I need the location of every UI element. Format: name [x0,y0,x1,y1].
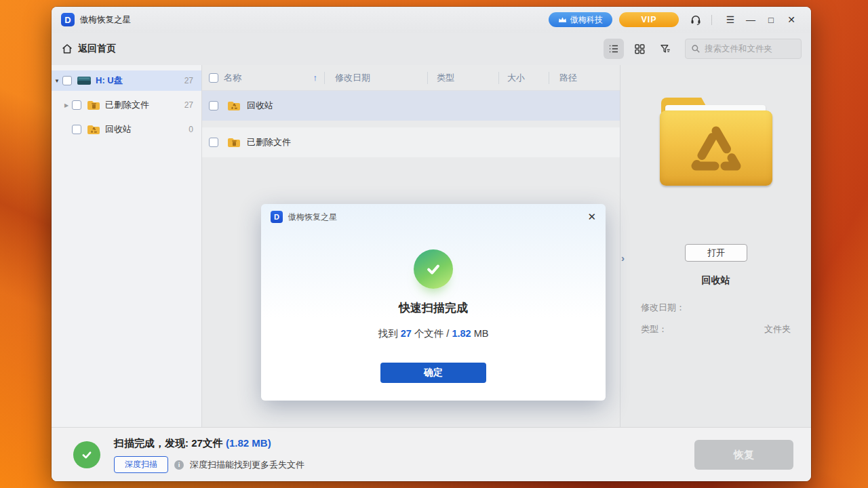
sidebar-item-count: 0 [189,125,193,134]
ok-button[interactable]: 确定 [380,363,486,383]
summary-text: 扫描完成，发现: 27文件 [114,437,226,449]
found-prefix: 找到 [378,328,401,339]
field-value: 文件夹 [764,323,791,336]
grid-view-icon [633,43,646,55]
close-icon[interactable]: ✕ [587,211,596,223]
field-label: 类型： [641,323,667,336]
checkbox[interactable] [72,125,81,134]
menu-icon[interactable]: ☰ [720,14,741,25]
recycle-folder-icon [660,107,772,186]
status-bar: 扫描完成，发现: 27文件 (1.82 MB) 深度扫描 i 深度扫描能找到更多… [52,427,811,481]
folder-trash-icon [87,100,100,110]
filter-button[interactable] [655,39,675,59]
search-icon [691,44,701,54]
caret-right-icon[interactable]: ▶ [61,102,72,108]
open-button[interactable]: 打开 [685,244,747,262]
column-header-type[interactable]: 类型 [427,65,498,90]
detail-field-type: 类型： 文件夹 [641,323,791,336]
sidebar-item-deleted-files[interactable]: ▶ 已删除文件 27 [52,95,201,115]
column-label: 类型 [437,72,454,84]
detail-panel: › 打开 回收站 修改日期： 类型： 文件夹 [620,65,811,427]
row-name: 已删除文件 [247,136,291,148]
vip-button[interactable]: VIP [619,12,679,27]
checkbox[interactable] [62,76,72,85]
titlebar-divider [711,15,712,25]
app-title: 傲梅恢复之星 [80,14,131,26]
toolbar: 返回首页 [52,33,811,65]
search-input[interactable] [705,44,786,54]
brand-button-label: 傲梅科技 [570,14,603,26]
headset-icon[interactable] [690,14,702,26]
table-row[interactable]: 已删除文件 [202,127,620,157]
caret-down-icon[interactable]: ▼ [52,78,62,84]
search-box[interactable] [685,39,802,59]
success-icon [414,249,453,289]
back-home-label: 返回首页 [78,43,116,55]
sidebar-item-count: 27 [184,76,193,85]
dialog-title: 傲梅恢复之星 [288,211,337,223]
column-label: 名称 [224,72,241,84]
sort-asc-icon[interactable]: ↑ [313,73,318,83]
list-view-button[interactable] [604,39,624,59]
folder-recycle-icon [227,100,241,111]
panel-collapse-icon[interactable]: › [621,252,625,264]
found-count: 27 [401,328,412,339]
sidebar-tree: ▼ H: U盘 27 ▶ [52,65,202,427]
drive-icon [77,76,91,85]
scan-complete-dialog: D 傲梅恢复之星 ✕ 快速扫描完成 找到 27 个文件 / 1.82 MB 确定 [261,204,606,401]
checkbox[interactable] [209,101,218,110]
grid-view-button[interactable] [629,39,650,59]
title-bar: D 傲梅恢复之星 傲梅科技 VIP ☰ — □ ✕ [52,7,811,33]
found-suffix: MB [471,328,489,339]
column-header-name[interactable]: 名称 ↑ [222,65,324,90]
sidebar-item-recycle-bin[interactable]: 回收站 0 [52,119,201,140]
column-header-date[interactable]: 修改日期 [324,65,427,90]
list-view-icon [608,43,620,55]
brand-button[interactable]: 傲梅科技 [549,12,612,27]
found-mid: 个文件 / [412,328,452,339]
info-icon: i [174,460,184,470]
home-icon [61,43,73,55]
deep-scan-row: 深度扫描 i 深度扫描能找到更多丢失文件 [114,456,304,473]
detail-name: 回收站 [620,274,811,287]
select-all-checkbox[interactable] [209,73,218,83]
content-area: ▼ H: U盘 27 ▶ [52,65,811,427]
row-name: 回收站 [247,100,273,112]
recover-button[interactable]: 恢复 [694,440,793,470]
close-icon[interactable]: ✕ [781,14,802,25]
folder-body [660,110,772,186]
column-header-size[interactable]: 大小 [498,65,549,90]
sidebar-item-count: 27 [184,100,193,110]
back-home-button[interactable]: 返回首页 [61,43,116,55]
folder-trash-icon [227,137,241,148]
table-row[interactable]: 回收站 [202,91,620,121]
deep-scan-button[interactable]: 深度扫描 [114,456,168,473]
sidebar-item-label: 已删除文件 [105,99,149,111]
column-label: 修改日期 [335,72,370,84]
dialog-found-line: 找到 27 个文件 / 1.82 MB [261,327,606,340]
scan-summary: 扫描完成，发现: 27文件 (1.82 MB) [114,437,271,450]
column-label: 路径 [559,72,577,84]
column-label: 大小 [507,72,525,84]
vip-button-label: VIP [641,15,656,24]
crown-icon [558,16,567,24]
list-header: 名称 ↑ 修改日期 类型 大小 路径 [202,65,620,91]
minimize-icon[interactable]: — [741,14,761,25]
dialog-heading: 快速扫描完成 [261,300,606,316]
dialog-header: D 傲梅恢复之星 ✕ [261,204,606,230]
deep-scan-hint: 深度扫描能找到更多丢失文件 [190,459,304,471]
app-window: D 傲梅恢复之星 傲梅科技 VIP ☰ — □ ✕ [52,7,811,481]
sidebar-item-drive[interactable]: ▼ H: U盘 27 [52,70,201,91]
checkbox[interactable] [72,100,81,110]
status-success-icon [73,441,100,468]
found-size: 1.82 [452,328,471,339]
maximize-icon[interactable]: □ [761,15,781,25]
app-logo-icon: D [61,13,75,26]
column-header-path[interactable]: 路径 [549,65,620,90]
sidebar-item-label: 回收站 [105,123,132,136]
checkbox[interactable] [209,138,218,147]
summary-size: (1.82 MB) [226,437,271,449]
field-label: 修改日期： [641,302,685,314]
filter-icon [659,43,671,55]
app-logo-icon: D [271,211,283,223]
